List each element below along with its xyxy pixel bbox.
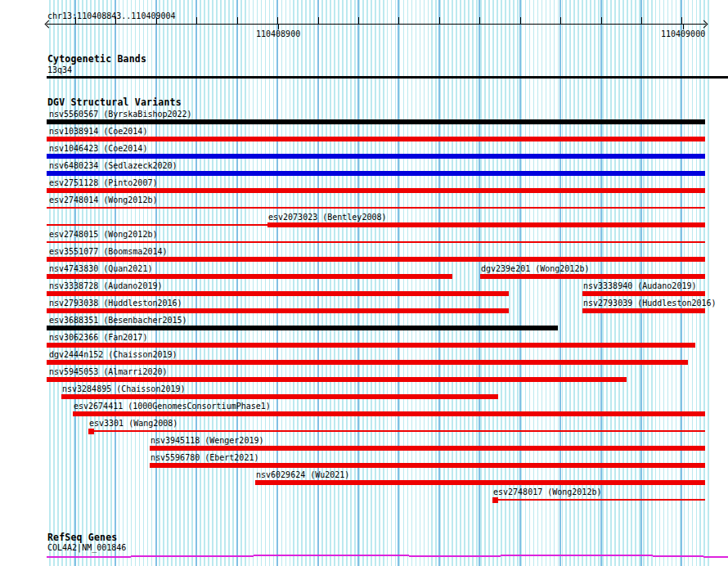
variant-label[interactable]: nsv5560567 (ByrskaBishop2022) <box>49 109 192 119</box>
variant-label[interactable]: nsv3284895 (Chaisson2019) <box>62 384 186 394</box>
variant-label[interactable]: esv3301 (Wang2008) <box>89 418 178 429</box>
variant-bar[interactable] <box>47 137 705 142</box>
ruler-tick-label: 110408900 <box>256 29 300 39</box>
ruler-tick <box>398 17 399 24</box>
ruler-label-tick <box>683 25 684 29</box>
variant-bar[interactable] <box>150 463 705 468</box>
gene-line-segment <box>703 556 728 558</box>
variant-label[interactable]: esv2751128 (Pinto2007) <box>49 177 157 188</box>
variant-label[interactable]: dgv239e201 (Wong2012b) <box>481 263 589 274</box>
variant-label[interactable]: nsv4743830 (Quan2021) <box>49 263 152 274</box>
variant-bar[interactable] <box>47 257 705 262</box>
variant-label[interactable]: nsv3062366 (Fan2017) <box>49 332 147 343</box>
ruler-tick <box>75 17 76 24</box>
ruler-tick <box>601 17 602 24</box>
variant-bar[interactable] <box>47 274 452 279</box>
ruler-tick <box>358 17 359 24</box>
variant-label[interactable]: nsv3945118 (Wenger2019) <box>151 435 263 446</box>
variant-connector-line[interactable] <box>88 430 705 432</box>
variant-label[interactable]: nsv1046423 (Coe2014) <box>49 143 147 154</box>
variant-bar[interactable] <box>47 154 705 159</box>
variant-bar[interactable] <box>47 119 705 124</box>
cytoband-bar <box>47 76 728 79</box>
variant-bar[interactable] <box>47 171 705 176</box>
variant-label[interactable]: nsv5945053 (Almarri2020) <box>49 366 168 377</box>
variant-label[interactable]: esv2748014 (Wong2012b) <box>49 195 157 205</box>
variant-label[interactable]: nsv2793038 (Huddleston2016) <box>49 298 182 308</box>
gene-line-segment <box>653 555 703 557</box>
genome-browser-view: chr13:110408843..110409004 1104089001104… <box>0 0 728 566</box>
variant-label[interactable]: nsv3338728 (Audano2019) <box>49 281 162 291</box>
variant-label[interactable]: esv2748017 (Wong2012b) <box>493 487 601 497</box>
variant-label[interactable]: nsv3338940 (Audano2019) <box>583 281 696 291</box>
gene-line-segment <box>254 555 409 556</box>
cytoband-label: 13q34 <box>47 65 72 75</box>
variant-bar[interactable] <box>582 291 705 296</box>
ruler-tick <box>115 17 116 24</box>
variant-connector-line[interactable] <box>47 207 705 209</box>
dgv-title: DGV Structural Variants <box>47 97 182 108</box>
variant-label[interactable]: nsv1038914 (Coe2014) <box>49 126 147 137</box>
variant-bar[interactable] <box>47 291 509 296</box>
gene-line-segment <box>409 555 501 557</box>
ruler-tick <box>479 17 480 24</box>
variant-bar[interactable] <box>47 326 558 330</box>
variant-box[interactable] <box>88 429 94 434</box>
ruler-tick <box>520 17 521 24</box>
grid-major-line <box>236 0 238 566</box>
gene-label[interactable]: COL4A2|NM_001846 <box>47 542 126 553</box>
cytogenetic-bands-title: Cytogenetic Bands <box>47 54 146 65</box>
variant-label[interactable]: nsv2793039 (Huddleston2016) <box>583 298 717 308</box>
variant-bar[interactable] <box>73 411 705 416</box>
variant-bar[interactable] <box>47 343 695 348</box>
variant-bar[interactable] <box>582 308 705 313</box>
gene-line-segment <box>131 555 254 557</box>
ruler-tick <box>560 17 561 24</box>
variant-label[interactable]: dgv2444n152 (Chaisson2019) <box>49 349 178 360</box>
variant-label[interactable]: nsv6029624 (Wu2021) <box>256 469 349 480</box>
variant-label[interactable]: esv3688351 (Besenbacher2015) <box>49 315 187 326</box>
variant-box[interactable] <box>492 497 498 503</box>
grid-major-line <box>195 0 197 566</box>
variant-bar[interactable] <box>47 308 509 313</box>
variant-bar[interactable] <box>150 446 705 451</box>
ruler-tick <box>196 17 197 24</box>
variant-label[interactable]: esv2674411 (1000GenomesConsortiumPhase1) <box>74 401 271 411</box>
variant-connector-line[interactable] <box>492 499 705 501</box>
ruler-tick <box>318 17 319 24</box>
variant-bar[interactable] <box>47 188 705 193</box>
gene-line-segment <box>47 556 131 558</box>
variant-bar[interactable] <box>47 360 688 365</box>
ruler-tick <box>237 17 238 24</box>
gene-line-segment <box>501 555 653 556</box>
variant-label[interactable]: nsv5596780 (Ebert2021) <box>151 452 258 463</box>
ruler-tick <box>681 17 682 24</box>
variant-bar[interactable] <box>61 394 498 399</box>
ruler-tick <box>439 17 440 24</box>
variant-label[interactable]: nsv6480234 (Sedlazeck2020) <box>49 160 178 171</box>
variant-bar[interactable] <box>255 480 705 485</box>
variant-connector-line[interactable] <box>47 224 267 226</box>
variant-bar[interactable] <box>480 274 705 279</box>
ruler-tick <box>156 17 157 24</box>
variant-bar[interactable] <box>267 222 705 227</box>
variant-label[interactable]: esv3551077 (Boomsma2014) <box>49 246 168 257</box>
variant-label[interactable]: esv2073023 (Bentley2008) <box>268 212 387 222</box>
variant-connector-line[interactable] <box>47 241 705 243</box>
ruler-tick <box>277 17 278 24</box>
ruler-tick-label: 110409000 <box>661 29 705 39</box>
ruler-axis <box>47 24 706 25</box>
variant-bar[interactable] <box>47 377 627 382</box>
variant-label[interactable]: esv2748015 (Wong2012b) <box>49 229 157 240</box>
ruler-tick <box>641 17 642 24</box>
ruler-label-tick <box>278 25 279 29</box>
